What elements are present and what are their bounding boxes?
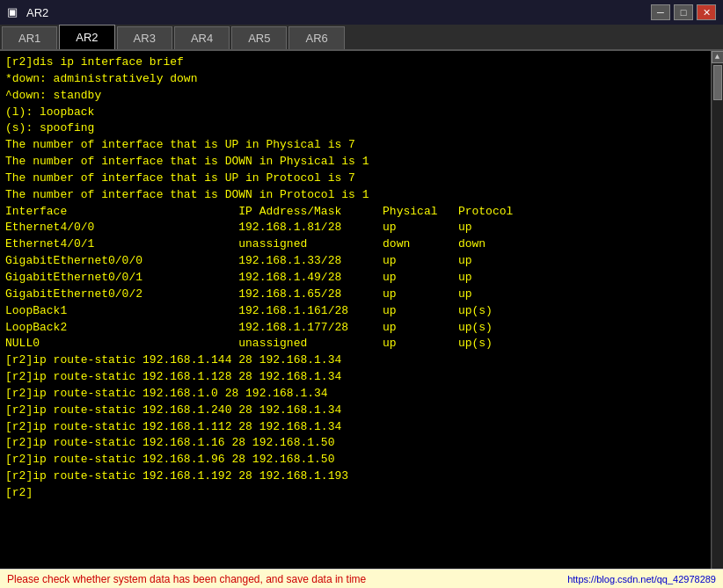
terminal-line: [r2]ip route-static 192.168.1.112 28 192… bbox=[5, 419, 705, 436]
terminal-line: The number of interface that is DOWN in … bbox=[5, 187, 705, 204]
status-bar: Please check whether system data has bee… bbox=[0, 569, 723, 588]
tab-bar: AR1 AR2 AR3 AR4 AR5 AR6 bbox=[0, 25, 723, 51]
terminal-line: LoopBack2 192.168.1.177/28 up up(s) bbox=[5, 320, 705, 337]
tab-ar5[interactable]: AR5 bbox=[231, 26, 287, 49]
terminal-line: ^down: standby bbox=[5, 88, 705, 105]
terminal-line: [r2]ip route-static 192.168.1.128 28 192… bbox=[5, 369, 705, 386]
terminal-line: [r2]ip route-static 192.168.1.16 28 192.… bbox=[5, 435, 705, 452]
terminal-line: [r2]ip route-static 192.168.1.240 28 192… bbox=[5, 403, 705, 419]
scroll-track[interactable] bbox=[712, 63, 723, 576]
terminal-line: *down: administratively down bbox=[5, 71, 705, 88]
title-bar-controls: ─ □ ✕ bbox=[651, 4, 716, 20]
title-bar: ▣ AR2 ─ □ ✕ bbox=[0, 0, 723, 25]
title-bar-title: AR2 bbox=[26, 6, 651, 19]
tab-ar4[interactable]: AR4 bbox=[174, 26, 230, 49]
app-icon: ▣ bbox=[7, 5, 21, 19]
terminal-line: LoopBack1 192.168.1.161/28 up up(s) bbox=[5, 303, 705, 320]
maximize-button[interactable]: □ bbox=[674, 4, 693, 20]
terminal-line: The number of interface that is DOWN in … bbox=[5, 154, 705, 171]
terminal-line: (s): spoofing bbox=[5, 120, 705, 137]
terminal-line: (l): loopback bbox=[5, 105, 705, 121]
terminal-line: [r2]ip route-static 192.168.1.96 28 192.… bbox=[5, 452, 705, 468]
minimize-button[interactable]: ─ bbox=[651, 4, 670, 20]
terminal-line: [r2]ip route-static 192.168.1.192 28 192… bbox=[5, 468, 705, 485]
terminal-line: Interface IP Address/Mask Physical Proto… bbox=[5, 204, 705, 221]
scrollbar[interactable]: ▲ ▼ bbox=[711, 51, 723, 588]
tab-ar2[interactable]: AR2 bbox=[59, 25, 114, 49]
terminal-line: Ethernet4/0/1 unassigned down down bbox=[5, 236, 705, 253]
terminal-line: Ethernet4/0/0 192.168.1.81/28 up up bbox=[5, 220, 705, 236]
tab-ar1[interactable]: AR1 bbox=[2, 26, 57, 49]
terminal-line: GigabitEthernet0/0/1 192.168.1.49/28 up … bbox=[5, 270, 705, 287]
terminal-output[interactable]: [r2]dis ip interface brief*down: adminis… bbox=[0, 51, 711, 588]
terminal-container: [r2]dis ip interface brief*down: adminis… bbox=[0, 51, 723, 588]
terminal-line: [r2]dis ip interface brief bbox=[5, 54, 705, 71]
terminal-line: GigabitEthernet0/0/2 192.168.1.65/28 up … bbox=[5, 287, 705, 303]
status-link[interactable]: https://blog.csdn.net/qq_42978289 bbox=[567, 574, 716, 584]
close-button[interactable]: ✕ bbox=[697, 4, 716, 20]
tab-ar3[interactable]: AR3 bbox=[117, 26, 172, 49]
terminal-line: [r2]ip route-static 192.168.1.144 28 192… bbox=[5, 352, 705, 369]
scroll-up-button[interactable]: ▲ bbox=[712, 51, 724, 63]
terminal-line: GigabitEthernet0/0/0 192.168.1.33/28 up … bbox=[5, 253, 705, 270]
terminal-line: The number of interface that is UP in Pr… bbox=[5, 171, 705, 187]
terminal-line: NULL0 unassigned up up(s) bbox=[5, 336, 705, 352]
scroll-thumb[interactable] bbox=[713, 65, 722, 100]
tab-ar6[interactable]: AR6 bbox=[288, 26, 344, 49]
terminal-line: [r2]ip route-static 192.168.1.0 28 192.1… bbox=[5, 386, 705, 403]
terminal-line: The number of interface that is UP in Ph… bbox=[5, 137, 705, 154]
terminal-line: [r2] bbox=[5, 485, 705, 502]
status-message: Please check whether system data has bee… bbox=[7, 573, 366, 585]
